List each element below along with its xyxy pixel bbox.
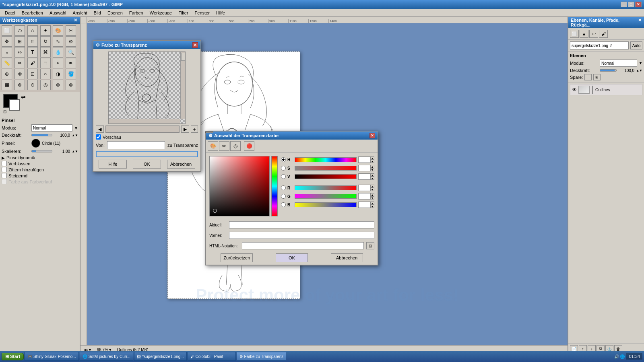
b-spin-down[interactable]: ▼ [370,205,374,208]
tool-crop[interactable]: ⌗ [27,36,38,47]
tool-paintbrush[interactable]: 🖌 [27,58,38,68]
picker-tool-4[interactable]: 🔴 [244,141,254,151]
radio-g[interactable] [281,194,286,199]
tool-blur[interactable]: ○ [40,69,51,79]
tool-measure[interactable]: 📏 [2,58,12,68]
layer-opacity-slider[interactable] [600,69,617,72]
v-slider[interactable] [295,174,357,179]
s-slider[interactable] [295,166,357,171]
tool-foreground-select[interactable]: ⊛ [14,80,25,90]
tool-r2[interactable]: ◎ [40,80,51,90]
dialog-farbe-help-btn[interactable]: Hilfe [99,160,127,169]
r-spin-up[interactable]: ▲ [370,185,374,188]
g-slider[interactable] [295,194,357,199]
g-value[interactable]: 255 [358,193,370,200]
tool-fuzzy-select[interactable]: ✦ [40,25,51,36]
from-color-input[interactable] [107,141,165,149]
cp-cancel-btn[interactable]: Abbrechen [331,253,363,262]
html-notation-paste-btn[interactable]: ⊡ [366,242,374,249]
background-color[interactable] [9,99,20,111]
tool-move[interactable]: ✥ [2,36,12,47]
tool-scissors[interactable]: ✂ [66,25,76,36]
menu-farben[interactable]: Farben [126,10,147,16]
dialog-farbe-cancel-btn[interactable]: Abbrechen [167,160,195,169]
minimize-button[interactable]: _ [621,2,627,7]
menu-hilfe[interactable]: Hilfe [213,10,228,16]
mode-dropdown-arrow[interactable]: ▼ [74,126,78,130]
reset-btn[interactable]: Zurücksetzen [221,253,253,262]
tool-heal[interactable]: ✙ [14,69,25,79]
menu-auswahl[interactable]: Auswahl [46,10,70,16]
reset-colors-icon[interactable]: ⊡ [3,109,6,114]
tool-align[interactable]: ⊞ [14,36,25,47]
tool-eraser[interactable]: ◻ [40,58,51,68]
tool-perspective-clone[interactable]: ⊡ [27,69,38,79]
picker-tool-2[interactable]: ✏ [219,141,229,151]
radio-b[interactable] [281,202,286,207]
preview-hscroll[interactable] [109,119,180,123]
b-value[interactable]: 255 [358,202,370,208]
s-spin-down[interactable]: ▼ [370,168,374,171]
v-spin-down[interactable]: ▼ [370,177,374,180]
tool-perspective[interactable]: ⬦ [2,47,12,58]
h-value[interactable]: 0 [358,156,370,163]
radio-s[interactable] [281,166,286,171]
menu-bearbeiten[interactable]: Bearbeiten [19,10,46,16]
tool-magnify[interactable]: 🔍 [66,47,76,58]
html-notation-input[interactable]: ffffff [242,242,364,249]
menu-ansicht[interactable]: Ansicht [69,10,90,16]
tool-rotate[interactable]: ↻ [40,36,51,47]
h-spin-down[interactable]: ▼ [370,160,374,163]
jitter-checkbox[interactable] [2,167,7,172]
dialog-farbe-ok-btn[interactable]: OK [133,160,161,169]
g-spin-up[interactable]: ▲ [370,193,374,196]
radio-h[interactable] [281,157,286,162]
tool-r1[interactable]: ⊙ [27,80,38,90]
s-value[interactable]: 0 [358,165,370,171]
vorschau-checkbox[interactable] [96,134,101,140]
b-spin-up[interactable]: ▲ [370,202,374,205]
nav-next[interactable]: ▶ [181,125,189,133]
taskbar-item-0[interactable]: 🎮 Shiny Glurak-Pokemo... [25,352,79,361]
toolbox-close-btn[interactable]: ✕ [74,18,77,23]
r-slider[interactable] [295,185,357,190]
menu-datei[interactable]: Datei [2,10,19,16]
radio-v[interactable] [281,174,286,179]
nav-prev[interactable]: ◀ [96,125,104,133]
tool-dodge[interactable]: ◑ [53,69,63,79]
hue-slider-thumb[interactable] [205,132,213,133]
opacity-slider[interactable] [31,134,52,136]
layers-icon-undo[interactable]: ↩ [589,30,598,38]
spare-btn2[interactable]: ⊞ [593,74,601,80]
brush-dynamics-expand[interactable]: ▶ [2,156,5,160]
tool-scale[interactable]: ⤡ [53,36,63,47]
layer-mode-arrow[interactable]: ▼ [639,61,642,65]
tool-text[interactable]: T [27,47,38,58]
tool-paths[interactable]: ⌘ [40,47,51,58]
layers-icon-paths[interactable]: ▲ [580,30,588,38]
color-gradient-canvas[interactable] [209,156,270,216]
tool-color-picker[interactable]: 💧 [53,47,63,58]
dialog-farbe-close[interactable]: ✕ [192,42,198,48]
v-spin-up[interactable]: ▲ [370,173,374,177]
layer-visibility-icon[interactable]: 👁 [572,87,577,93]
color-hue-bar[interactable] [271,156,278,216]
menu-fenster[interactable]: Fenster [192,10,213,16]
tool-r3[interactable]: ⊚ [53,80,63,90]
spare-btn1[interactable] [584,74,592,80]
b-slider[interactable] [295,202,357,207]
taskbar-item-4[interactable]: ⚙ Farbe zu Transparenz [237,352,287,361]
picker-tool-1[interactable]: 🎨 [208,141,218,151]
tool-flip[interactable]: ⇔ [14,47,25,58]
tool-free-select[interactable]: ⌂ [27,25,38,36]
h-slider[interactable] [295,157,357,162]
tool-blend[interactable]: ▦ [2,80,12,90]
nav-plus[interactable]: + [191,125,198,133]
increase-checkbox[interactable] [2,173,7,178]
scale-spinner[interactable]: ▲▼ [72,150,78,153]
scale-slider[interactable] [31,150,52,152]
menu-bild[interactable]: Bild [91,10,104,16]
r-value[interactable]: 255 [358,185,370,191]
nav-bar[interactable] [105,125,180,133]
opacity-spinner[interactable]: ▲▼ [72,134,78,137]
